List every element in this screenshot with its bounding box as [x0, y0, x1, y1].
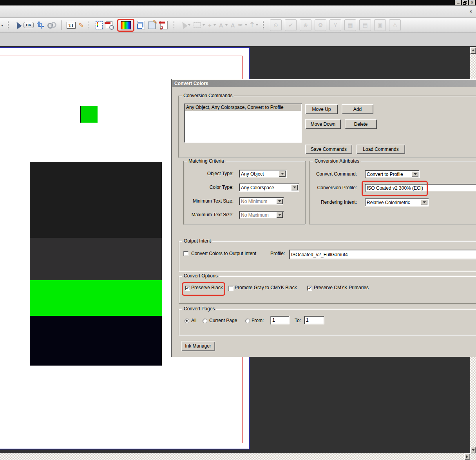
scrollbar-right-button[interactable] [464, 453, 470, 460]
overflow-caret-icon[interactable]: ▾ [1, 23, 3, 27]
object-select-icon[interactable] [96, 21, 103, 29]
preserve-black-checkbox[interactable]: ✓ [185, 286, 190, 291]
pages-all-label: All [191, 317, 196, 325]
max-text-size-value: No Maximum [239, 212, 276, 218]
check-ghost-button[interactable]: ✔ [285, 19, 297, 31]
chevron-down-icon[interactable] [412, 171, 418, 177]
snapshot-ghost-button[interactable]: ▣ [374, 19, 386, 31]
from-radio[interactable] [245, 319, 250, 323]
close-button[interactable]: × [469, 0, 475, 5]
window-titlebar: × [0, 0, 476, 5]
chevron-down-icon[interactable] [279, 171, 286, 177]
chevron-down-icon[interactable] [203, 24, 205, 26]
rendering-intent-label: Rendering Intent: [309, 198, 357, 206]
restore-button[interactable] [462, 0, 468, 5]
move-ghost-icon-group: + [208, 22, 216, 29]
restore-icon [463, 1, 467, 5]
pen-tool-ghost-icon[interactable]: ✒ [238, 22, 243, 29]
convert-to-output-intent-checkbox[interactable] [183, 251, 188, 256]
color-type-select[interactable]: Any Colorspace [239, 183, 299, 192]
pdf-convert-icon[interactable] [160, 21, 168, 29]
horizontal-scrollbar[interactable] [0, 453, 476, 460]
toolbar-separator [61, 20, 62, 30]
text-tool-ghost-icon[interactable]: A [219, 22, 223, 29]
settings-ghost-button[interactable]: ⚙ [315, 19, 326, 31]
link-tool-icon[interactable] [47, 22, 56, 28]
dark-gray-bar [30, 162, 162, 238]
toolbar-close-icon[interactable]: × [470, 9, 472, 14]
ink-manager-button[interactable]: Ink Manager [181, 341, 215, 351]
convert-command-label: Convert Command: [309, 170, 357, 178]
layout-ghost-button[interactable]: ▦ [344, 19, 356, 31]
move-ghost-icon[interactable]: + [208, 22, 212, 29]
convert-command-select[interactable]: Convert to Profile [365, 170, 420, 178]
touchup-object-icon[interactable]: ✎ [79, 22, 84, 29]
arrow-up-icon [472, 49, 475, 51]
add-button[interactable]: Add [342, 104, 373, 114]
ok-stamp-icon[interactable]: OK [24, 22, 34, 28]
move-down-button[interactable]: Move Down [305, 119, 341, 129]
color-type-label: Color Type: [183, 183, 233, 192]
chevron-down-icon[interactable] [421, 199, 427, 205]
load-commands-button[interactable]: Load Commands [357, 145, 405, 154]
stamp-tool-ghost-icon[interactable]: ⍑ [250, 22, 254, 29]
move-up-button[interactable]: Move Up [305, 104, 338, 114]
current-page-radio[interactable] [203, 319, 207, 323]
delete-button[interactable]: Delete [345, 119, 377, 129]
rendering-intent-value: Relative Colorimetric [365, 200, 421, 205]
touchup-text-icon[interactable]: TI [67, 22, 76, 29]
output-preview-icon[interactable] [106, 21, 112, 29]
pages-all-radio[interactable] [185, 319, 189, 323]
chevron-down-icon[interactable] [188, 24, 190, 26]
scrollbar-up-button[interactable] [470, 47, 476, 54]
dialog-titlebar[interactable]: Convert Colors [172, 80, 476, 87]
edit-form-icon[interactable] [148, 22, 156, 29]
conversion-profile-label: Conversion Profile: [309, 184, 357, 192]
warning-ghost-button[interactable]: ⚠ [389, 19, 401, 31]
stamp-tool-ghost-icon-group: ⍑ [250, 22, 258, 29]
rendering-intent-select[interactable]: Relative Colorimetric [365, 198, 429, 206]
minimize-button[interactable] [455, 0, 461, 5]
preserve-cmyk-checkbox[interactable]: ✓ [307, 286, 312, 291]
group-label: Conversion Commands [182, 93, 234, 98]
conversion-profile-select[interactable]: ISO Coated v2 300% (ECI) [365, 184, 476, 192]
color-type-value: Any Colorspace [239, 185, 291, 190]
chevron-down-icon[interactable] [291, 185, 298, 190]
chevron-down-icon[interactable] [256, 24, 258, 26]
radio-dot [186, 320, 188, 322]
select-tool-icon[interactable] [15, 22, 20, 28]
save-commands-button[interactable]: Save Commands [305, 145, 352, 154]
web-ghost-button[interactable]: ⊕ [300, 19, 311, 31]
scrollbar-down-button[interactable] [470, 447, 476, 453]
output-profile-value: ISOcoated_v2_FullGamut4 [291, 252, 348, 257]
toolbar-grip [8, 21, 10, 29]
promote-gray-checkbox[interactable] [228, 286, 233, 291]
chevron-down-icon[interactable] [225, 24, 228, 26]
chevron-down-icon[interactable] [214, 24, 216, 26]
crop-pages-icon[interactable] [138, 21, 145, 29]
export-page-ghost-button[interactable]: ▤ [359, 19, 371, 31]
chevron-down-icon[interactable] [245, 24, 247, 26]
to-page-field[interactable]: 1 [304, 316, 324, 324]
to-label: To: [295, 317, 301, 325]
from-page-field[interactable]: 1 [270, 316, 290, 324]
toolbar-grip [263, 21, 265, 29]
font-tool-ghost-icon[interactable]: A [231, 22, 235, 29]
output-profile-field[interactable]: ISOcoated_v2_FullGamut4 [289, 250, 476, 259]
from-page-value: 1 [272, 317, 275, 323]
convert-colors-icon[interactable] [121, 21, 131, 29]
commands-listbox[interactable]: Any Object, Any Colorspace, Convert to P… [184, 103, 302, 143]
object-type-label: Object Type: [183, 170, 233, 178]
share-ghost-button[interactable]: Y [329, 19, 341, 31]
object-type-select[interactable]: Any Object [239, 170, 287, 178]
toolbar-row-top: × [0, 5, 476, 18]
crop-tool-icon[interactable] [37, 22, 44, 29]
command-list-item[interactable]: Any Object, Any Colorspace, Convert to P… [185, 104, 301, 111]
group-label: Output Intent [182, 238, 212, 244]
select-tool-ghost-icon[interactable] [181, 22, 186, 28]
marquee-ghost-icon[interactable] [194, 22, 201, 28]
output-profile-label: Profile: [270, 250, 285, 258]
chevron-down-icon [276, 212, 283, 218]
minimize-icon [457, 4, 460, 4]
search-ghost-button[interactable]: ⊙ [270, 19, 282, 31]
